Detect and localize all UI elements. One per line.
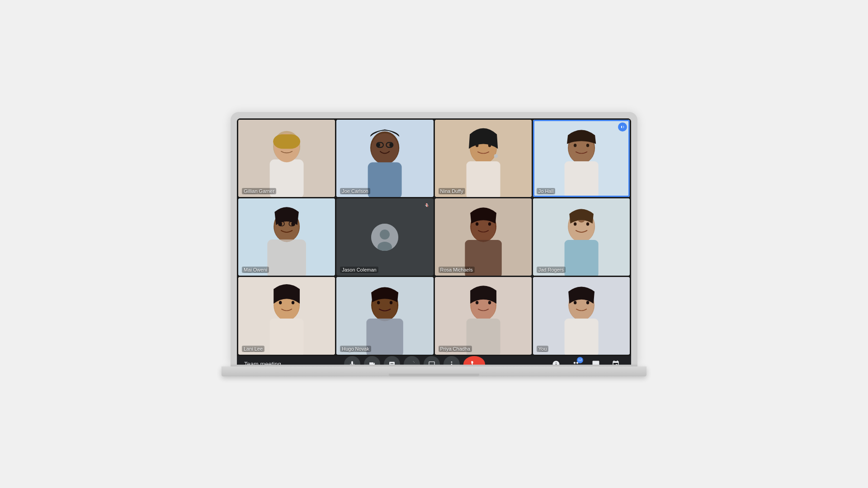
svg-point-50 [574, 222, 576, 225]
name-hugo: Hugo Novak [340, 346, 371, 352]
mute-icon-jason [423, 201, 431, 209]
chat-button[interactable] [588, 356, 604, 365]
svg-rect-6 [273, 134, 300, 149]
people-button[interactable]: 12 [568, 356, 584, 365]
tile-rosa: Rosa Michaels [435, 198, 532, 276]
camera-button[interactable] [364, 356, 380, 365]
laptop-base [222, 366, 646, 376]
tile-hugo: Hugo Novak [336, 277, 433, 354]
svg-rect-35 [267, 239, 306, 276]
participant-video-jad [533, 198, 630, 276]
svg-rect-76 [564, 319, 598, 354]
tile-jad: Jad Rogers [533, 198, 630, 276]
meeting-title: Team meeting [244, 361, 281, 364]
participant-video-gillian [238, 120, 335, 197]
info-button[interactable] [548, 356, 564, 365]
name-jad: Jad Rogers [537, 267, 566, 273]
svg-point-75 [586, 301, 589, 304]
name-priya: Priya Chadha [439, 346, 472, 352]
name-nina: Nina Duffy [439, 188, 465, 194]
present-button[interactable] [424, 356, 440, 365]
svg-point-57 [292, 301, 294, 304]
people-count-badge: 12 [577, 357, 583, 363]
svg-point-69 [488, 301, 491, 304]
name-rosa: Rosa Michaels [439, 267, 475, 273]
control-bar: Team meeting [237, 356, 631, 365]
avatar-jason [371, 224, 398, 251]
svg-rect-27 [564, 161, 598, 197]
svg-point-77 [451, 361, 452, 363]
svg-point-74 [574, 301, 576, 304]
svg-point-9 [371, 133, 398, 164]
laptop-screen: Gillian Garner [231, 112, 637, 365]
participant-video-lani [238, 277, 335, 354]
tile-gillian: Gillian Garner [238, 120, 335, 197]
name-joe: Joe Carlson [340, 188, 370, 194]
svg-rect-20 [466, 161, 500, 197]
participant-video-jo [533, 120, 630, 197]
video-grid: Gillian Garner [237, 118, 631, 356]
active-speaker-icon [618, 122, 627, 131]
center-controls [344, 356, 485, 365]
svg-rect-14 [368, 162, 402, 197]
svg-point-62 [377, 301, 380, 304]
tile-joe: Joe Carlson [336, 120, 433, 197]
name-gillian: Gillian Garner [242, 188, 276, 194]
tile-jo: Jo Hall [533, 120, 630, 197]
svg-point-56 [279, 301, 282, 304]
svg-point-25 [574, 144, 576, 147]
name-jason: Jason Coleman [340, 267, 378, 273]
participant-video-you [533, 277, 630, 354]
participant-video-nina [435, 120, 532, 197]
tile-jason: Jason Coleman [336, 198, 433, 276]
tile-you: You [533, 277, 630, 354]
name-you: You [537, 346, 549, 352]
tile-nina: Nina Duffy [435, 120, 532, 197]
svg-point-45 [488, 222, 491, 225]
svg-rect-64 [367, 319, 403, 354]
tile-mai: Mai Oweni [238, 198, 335, 276]
activities-button[interactable] [608, 356, 624, 365]
tile-lani: Lani Lee [238, 277, 335, 354]
svg-point-68 [475, 301, 478, 304]
laptop-wrapper: Gillian Garner [231, 112, 637, 376]
svg-point-44 [475, 222, 478, 225]
svg-point-63 [390, 301, 392, 304]
right-controls: 12 [548, 356, 624, 365]
participant-video-joe [336, 120, 433, 197]
name-mai: Mai Oweni [242, 267, 269, 273]
participant-video-mai [238, 198, 335, 276]
svg-point-51 [586, 222, 589, 225]
participant-video-rosa [435, 198, 532, 276]
screen-content: Gillian Garner [237, 118, 631, 365]
name-lani: Lani Lee [242, 346, 264, 352]
svg-point-21 [494, 154, 498, 158]
svg-point-26 [586, 144, 589, 147]
name-jo: Jo Hall [537, 188, 556, 194]
more-options-button[interactable] [443, 356, 460, 365]
participant-video-priya [435, 277, 532, 354]
captions-button[interactable] [384, 356, 400, 365]
participant-video-hugo [336, 277, 433, 354]
svg-rect-52 [564, 240, 598, 276]
laptop-notch [231, 365, 637, 366]
end-call-button[interactable] [463, 356, 485, 365]
svg-rect-58 [270, 319, 304, 354]
raise-hand-button[interactable] [404, 356, 420, 365]
mic-button[interactable] [344, 356, 360, 365]
tile-priya: Priya Chadha [435, 277, 532, 354]
svg-point-39 [380, 230, 390, 239]
